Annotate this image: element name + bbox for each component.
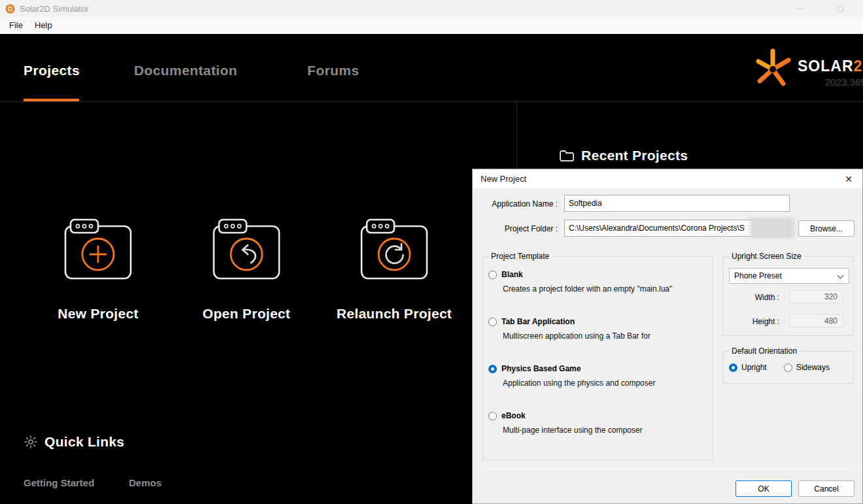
redaction-blur — [750, 218, 794, 238]
screen-preset-select[interactable]: Phone Preset — [729, 268, 849, 284]
folder-icon — [559, 150, 575, 162]
nav-divider — [0, 101, 863, 102]
template-option-ebook[interactable]: eBook Multi-page interface using the com… — [488, 411, 709, 435]
maximize-button[interactable] — [829, 0, 851, 17]
radio-tab-bar[interactable] — [488, 318, 497, 326]
tab-documentation[interactable]: Documentation — [134, 63, 237, 78]
radio-physics[interactable] — [488, 365, 497, 373]
radio-blank[interactable] — [488, 271, 497, 279]
orientation-option-upright[interactable]: Upright — [729, 363, 767, 372]
orientation-sideways-label: Sideways — [796, 363, 830, 372]
radio-upright[interactable] — [729, 363, 737, 372]
dialog-titlebar: New Project — [473, 169, 862, 188]
width-label: Width : — [729, 293, 779, 302]
dialog-title: New Project — [481, 174, 526, 184]
relaunch-project-card[interactable]: Relaunch Project — [332, 217, 456, 322]
minimize-icon — [796, 8, 803, 9]
template-option-tab-bar[interactable]: Tab Bar Application Multiscreen applicat… — [488, 317, 709, 341]
template-option-ebook-desc: Multi-page interface using the composer — [503, 426, 709, 435]
template-option-physics-label: Physics Based Game — [501, 364, 581, 373]
relaunch-project-icon — [358, 217, 430, 282]
application-name-label: Application Name : — [473, 199, 558, 209]
minimize-button[interactable] — [788, 0, 811, 17]
template-option-ebook-label: eBook — [501, 411, 526, 420]
link-demos[interactable]: Demos — [129, 477, 161, 488]
template-option-tab-bar-label: Tab Bar Application — [501, 317, 575, 326]
tab-forums[interactable]: Forums — [307, 63, 359, 78]
project-template-group: Project Template Blank Creates a project… — [482, 256, 713, 460]
default-orientation-title: Default Orientation — [729, 346, 800, 356]
chevron-down-icon — [838, 273, 844, 279]
new-project-label: New Project — [58, 306, 139, 322]
upright-screen-size-group: Upright Screen Size Phone Preset Width :… — [723, 256, 854, 336]
link-getting-started[interactable]: Getting Started — [24, 477, 94, 488]
solar2d-logo-icon — [753, 47, 794, 88]
solar2d-simulator-window: Solar2D Simulator File Help Projects Doc… — [0, 0, 863, 504]
orientation-upright-label: Upright — [741, 363, 767, 372]
project-folder-label: Project Folder : — [473, 224, 558, 233]
new-project-card[interactable]: New Project — [36, 217, 160, 322]
quick-links-icon — [24, 435, 38, 449]
template-option-blank-desc: Creates a project folder with an empty "… — [503, 284, 709, 294]
template-option-blank[interactable]: Blank Creates a project folder with an e… — [488, 270, 709, 294]
maximize-icon — [838, 6, 843, 12]
open-project-icon — [211, 217, 282, 282]
template-option-physics[interactable]: Physics Based Game Application using the… — [488, 364, 709, 388]
menu-item-file[interactable]: File — [3, 18, 29, 33]
recent-projects-header: Recent Projects — [559, 148, 688, 163]
logo-brand-white: SOLAR — [798, 58, 854, 75]
application-name-input[interactable] — [564, 195, 790, 212]
radio-ebook[interactable] — [488, 412, 497, 420]
default-orientation-group: Default Orientation Upright Sideways — [723, 351, 854, 384]
solar2d-logo-text: SOLAR2D — [798, 58, 863, 75]
app-icon — [5, 4, 15, 14]
quick-links-title: Quick Links — [44, 434, 124, 450]
template-option-tab-bar-desc: Multiscreen application using a Tab Bar … — [503, 331, 709, 341]
browse-button[interactable]: Browse... — [798, 220, 855, 237]
relaunch-project-label: Relaunch Project — [337, 306, 452, 322]
height-label: Height : — [729, 317, 779, 326]
open-project-card[interactable]: Open Project — [184, 217, 309, 322]
orientation-option-sideways[interactable]: Sideways — [784, 363, 830, 372]
logo-brand-orange: 2D — [854, 58, 863, 75]
radio-sideways[interactable] — [784, 363, 792, 372]
menu-item-help[interactable]: Help — [29, 18, 58, 33]
close-icon: ✕ — [845, 174, 853, 184]
screen-preset-value: Phone Preset — [734, 271, 782, 280]
cancel-button[interactable]: Cancel — [798, 480, 855, 497]
height-field: 480 — [789, 314, 843, 328]
quick-links-header: Quick Links — [24, 434, 124, 450]
version-text: 2023.369 — [825, 76, 863, 88]
new-project-dialog: New Project ✕ Application Name : Project… — [472, 169, 863, 504]
ok-button[interactable]: OK — [736, 480, 792, 497]
new-project-icon — [62, 217, 134, 282]
upright-screen-size-title: Upright Screen Size — [729, 252, 804, 261]
width-field: 320 — [789, 290, 843, 303]
os-titlebar: Solar2D Simulator — [0, 0, 863, 17]
tab-projects[interactable]: Projects — [24, 63, 80, 78]
dialog-close-button[interactable]: ✕ — [835, 169, 862, 188]
window-title: Solar2D Simulator — [20, 4, 89, 14]
dialog-separator — [479, 469, 857, 470]
menubar: File Help — [0, 17, 863, 34]
open-project-label: Open Project — [203, 306, 290, 322]
recent-projects-title: Recent Projects — [581, 148, 688, 163]
template-option-physics-desc: Application using the physics and compos… — [503, 378, 709, 388]
project-template-group-title: Project Template — [488, 252, 552, 261]
template-option-blank-label: Blank — [501, 270, 523, 279]
